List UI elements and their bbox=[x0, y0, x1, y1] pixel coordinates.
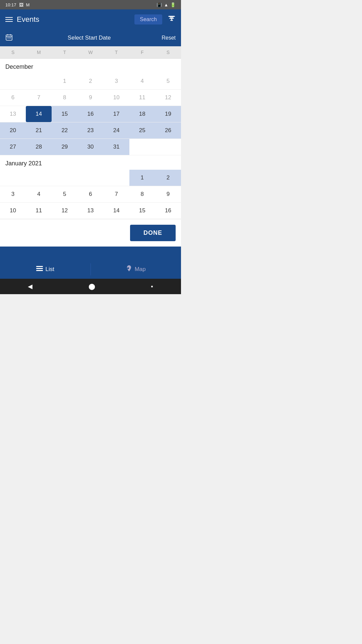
day-cell-dec-5[interactable]: 5 bbox=[155, 73, 181, 89]
day-cell[interactable] bbox=[26, 73, 52, 89]
menu-button[interactable] bbox=[5, 17, 13, 22]
day-cell-dec-16[interactable]: 16 bbox=[77, 106, 103, 122]
bottom-nav: List Map bbox=[0, 260, 181, 279]
day-cell-dec-29[interactable]: 29 bbox=[52, 139, 77, 155]
day-cell-dec-28[interactable]: 28 bbox=[26, 139, 52, 155]
battery-icon: 🔋 bbox=[170, 2, 176, 7]
day-cell-dec-12[interactable]: 12 bbox=[155, 90, 181, 106]
calendar: December 1 2 3 4 5 6 7 8 9 10 11 12 13 1… bbox=[0, 59, 181, 247]
image-icon: 🖼 bbox=[19, 2, 23, 7]
day-cell-jan-2[interactable]: 2 bbox=[155, 170, 181, 186]
day-cell-dec-19[interactable]: 19 bbox=[155, 106, 181, 122]
day-cell-dec-20[interactable]: 20 bbox=[0, 122, 26, 139]
day-cell-jan-10[interactable]: 10 bbox=[0, 203, 26, 219]
day-header-tue: T bbox=[52, 46, 77, 58]
day-cell-dec-18[interactable]: 18 bbox=[129, 106, 155, 122]
day-cell-jan-14[interactable]: 14 bbox=[104, 203, 129, 219]
day-cell-jan-1[interactable]: 1 bbox=[129, 170, 155, 186]
day-cell-dec-31[interactable]: 31 bbox=[104, 139, 129, 155]
day-cell-dec-2[interactable]: 2 bbox=[77, 73, 103, 89]
day-cell-dec-26[interactable]: 26 bbox=[155, 122, 181, 139]
status-time: 10:17 bbox=[5, 2, 16, 7]
day-cell bbox=[155, 139, 181, 155]
dec-week-4: 20 21 22 23 24 25 26 bbox=[0, 122, 181, 139]
done-button[interactable]: DONE bbox=[130, 225, 176, 241]
day-cell-dec-24[interactable]: 24 bbox=[104, 122, 129, 139]
day-cell-dec-9[interactable]: 9 bbox=[77, 90, 103, 106]
day-cell bbox=[52, 170, 77, 186]
svg-rect-9 bbox=[36, 268, 43, 269]
list-nav-item[interactable]: List bbox=[0, 260, 90, 279]
day-cell-dec-30[interactable]: 30 bbox=[77, 139, 103, 155]
day-cell-dec-13[interactable]: 13 bbox=[0, 106, 26, 122]
map-nav-item[interactable]: Map bbox=[91, 260, 181, 279]
map-nav-label: Map bbox=[135, 266, 146, 273]
svg-rect-6 bbox=[9, 38, 10, 38]
day-cell-dec-27[interactable]: 27 bbox=[0, 139, 26, 155]
calendar-icon bbox=[5, 34, 13, 43]
day-cell-dec-22[interactable]: 22 bbox=[52, 122, 77, 139]
december-label: December bbox=[0, 59, 181, 73]
recent-button[interactable]: ▪ bbox=[151, 283, 153, 290]
dec-week-2: 6 7 8 9 10 11 12 bbox=[0, 90, 181, 106]
day-header-sat: S bbox=[155, 46, 181, 58]
day-cell-dec-3[interactable]: 3 bbox=[104, 73, 129, 89]
day-cell-jan-15[interactable]: 15 bbox=[129, 203, 155, 219]
day-cell-jan-13[interactable]: 13 bbox=[77, 203, 103, 219]
day-header-thu: T bbox=[104, 46, 129, 58]
vibrate-icon: 📳 bbox=[157, 2, 162, 7]
day-cell-dec-6[interactable]: 6 bbox=[0, 90, 26, 106]
day-cell-dec-11[interactable]: 11 bbox=[129, 90, 155, 106]
day-cell-dec-23[interactable]: 23 bbox=[77, 122, 103, 139]
day-cell bbox=[26, 170, 52, 186]
day-cell[interactable] bbox=[0, 73, 26, 89]
bottom-calendar-strip bbox=[0, 247, 181, 260]
app-header: Events Search bbox=[0, 9, 181, 30]
home-button[interactable]: ⬤ bbox=[88, 283, 95, 290]
day-header-sun: S bbox=[0, 46, 26, 58]
day-cell-jan-7[interactable]: 7 bbox=[104, 186, 129, 202]
svg-rect-5 bbox=[7, 38, 8, 38]
dec-week-5: 27 28 29 30 31 bbox=[0, 139, 181, 155]
day-cell-jan-4[interactable]: 4 bbox=[26, 186, 52, 202]
map-icon bbox=[126, 265, 132, 274]
wifi-icon: ▲ bbox=[164, 2, 168, 7]
page-title: Events bbox=[17, 15, 130, 24]
day-header-fri: F bbox=[129, 46, 155, 58]
day-cell-dec-10[interactable]: 10 bbox=[104, 90, 129, 106]
day-cell-dec-15[interactable]: 15 bbox=[52, 106, 77, 122]
status-bar: 10:17 🖼 M 📳 ▲ 🔋 bbox=[0, 0, 181, 9]
day-cell-jan-6[interactable]: 6 bbox=[77, 186, 103, 202]
january-label: January 2021 bbox=[0, 155, 181, 170]
list-nav-label: List bbox=[46, 266, 54, 273]
day-cell-dec-4[interactable]: 4 bbox=[129, 73, 155, 89]
reset-button[interactable]: Reset bbox=[162, 35, 176, 41]
jan-week-3: 10 11 12 13 14 15 16 bbox=[0, 203, 181, 219]
day-cell-dec-17[interactable]: 17 bbox=[104, 106, 129, 122]
date-selector-bar: Select Start Date Reset bbox=[0, 30, 181, 46]
day-cell-dec-14[interactable]: 14 bbox=[26, 106, 52, 122]
svg-rect-10 bbox=[36, 270, 43, 271]
filter-button[interactable] bbox=[168, 14, 176, 24]
search-button[interactable]: Search bbox=[134, 14, 162, 24]
day-cell-jan-16[interactable]: 16 bbox=[155, 203, 181, 219]
day-cell-dec-25[interactable]: 25 bbox=[129, 122, 155, 139]
day-cell-jan-11[interactable]: 11 bbox=[26, 203, 52, 219]
jan-week-1: 1 2 bbox=[0, 170, 181, 186]
done-area: DONE bbox=[0, 219, 181, 247]
day-cell-dec-8[interactable]: 8 bbox=[52, 90, 77, 106]
day-cell-jan-3[interactable]: 3 bbox=[0, 186, 26, 202]
december-section: December 1 2 3 4 5 6 7 8 9 10 11 12 13 1… bbox=[0, 59, 181, 155]
day-cell-dec-7[interactable]: 7 bbox=[26, 90, 52, 106]
day-cell-dec-21[interactable]: 21 bbox=[26, 122, 52, 139]
day-cell-jan-12[interactable]: 12 bbox=[52, 203, 77, 219]
back-button[interactable]: ◀ bbox=[28, 283, 33, 290]
day-cell-jan-9[interactable]: 9 bbox=[155, 186, 181, 202]
day-cell bbox=[0, 170, 26, 186]
day-header-wed: W bbox=[77, 46, 103, 58]
svg-rect-8 bbox=[36, 266, 43, 267]
day-headers: S M T W T F S bbox=[0, 46, 181, 59]
day-cell-jan-5[interactable]: 5 bbox=[52, 186, 77, 202]
day-cell-dec-1[interactable]: 1 bbox=[52, 73, 77, 89]
day-cell-jan-8[interactable]: 8 bbox=[129, 186, 155, 202]
